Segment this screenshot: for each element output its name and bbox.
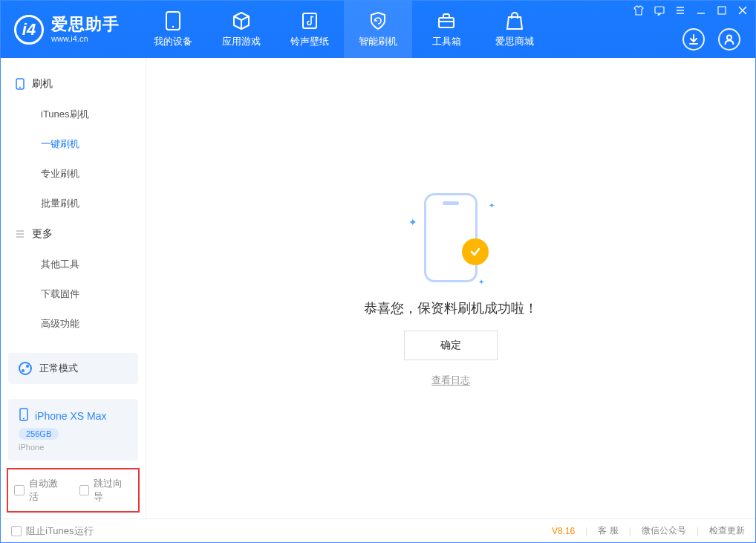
svg-rect-2 <box>303 13 316 28</box>
nav-item-itunes-flash[interactable]: iTunes刷机 <box>1 100 146 129</box>
device-storage-badge: 256GB <box>19 428 59 440</box>
svg-point-10 <box>23 418 25 420</box>
tab-label: 工具箱 <box>432 35 461 48</box>
separator: | <box>697 526 699 536</box>
version-label: V8.16 <box>552 526 575 536</box>
nav-section-label: 更多 <box>32 227 53 241</box>
tab-apps-games[interactable]: 应用游戏 <box>207 1 276 58</box>
tab-smart-flash[interactable]: 智能刷机 <box>344 1 412 58</box>
logo-icon: i4 <box>14 15 44 45</box>
separator: | <box>585 526 587 536</box>
tab-ringtone-wallpaper[interactable]: 铃声壁纸 <box>276 1 344 58</box>
flash-options-highlight: 自动激活 跳过向导 <box>7 468 140 513</box>
nav-section-more[interactable]: 更多 <box>1 218 146 250</box>
svg-rect-6 <box>718 7 726 14</box>
checkbox-auto-activate[interactable]: 自动激活 <box>14 477 68 504</box>
svg-rect-3 <box>439 18 454 27</box>
content-area: ✦ ✦ ✦ 恭喜您，保资料刷机成功啦！ 确定 查看日志 <box>146 58 755 518</box>
view-log-link[interactable]: 查看日志 <box>431 374 470 387</box>
window-controls <box>633 5 748 16</box>
nav-section-flash[interactable]: 刷机 <box>1 68 146 100</box>
svg-point-8 <box>19 87 21 88</box>
cube-icon <box>231 11 252 30</box>
shield-refresh-icon <box>368 11 388 30</box>
device-mode-label: 正常模式 <box>39 362 78 375</box>
device-mode-panel[interactable]: 正常模式 <box>8 353 138 384</box>
tab-toolbox[interactable]: 工具箱 <box>412 1 480 58</box>
tab-label: 爱思商城 <box>495 35 534 48</box>
shirt-icon[interactable] <box>633 5 644 16</box>
toolbox-icon <box>436 11 457 30</box>
user-account-button[interactable] <box>718 28 740 51</box>
footer: 阻止iTunes运行 V8.16 | 客 服 | 微信公众号 | 检查更新 <box>1 518 755 542</box>
check-update-link[interactable]: 检查更新 <box>709 524 745 537</box>
nav-item-pro-flash[interactable]: 专业刷机 <box>1 159 146 189</box>
main-tabs: 我的设备 应用游戏 铃声壁纸 智能刷机 工具箱 爱思商城 <box>139 1 549 58</box>
success-illustration: ✦ ✦ ✦ <box>403 189 499 286</box>
phone-icon <box>19 408 29 423</box>
tab-label: 铃声壁纸 <box>290 35 329 48</box>
normal-mode-icon <box>19 362 32 375</box>
logo-text: 爱思助手 www.i4.cn <box>51 16 120 42</box>
tab-label: 应用游戏 <box>222 35 261 48</box>
tab-label: 智能刷机 <box>359 35 397 48</box>
separator: | <box>629 526 631 536</box>
checkbox-icon <box>79 485 90 495</box>
nav-item-other-tools[interactable]: 其他工具 <box>1 250 146 279</box>
device-type: iPhone <box>19 443 128 452</box>
nav-item-download-firmware[interactable]: 下载固件 <box>1 279 146 309</box>
device-name: iPhone XS Max <box>35 410 107 422</box>
checkbox-label: 自动激活 <box>29 477 68 504</box>
sidebar: 刷机 iTunes刷机 一键刷机 专业刷机 批量刷机 更多 其他工具 下载固件 … <box>1 58 146 518</box>
nav: 刷机 iTunes刷机 一键刷机 专业刷机 批量刷机 更多 其他工具 下载固件 … <box>1 58 146 345</box>
header-actions <box>682 28 740 51</box>
maximize-button[interactable] <box>717 5 727 16</box>
shopping-bag-icon <box>504 11 525 30</box>
close-button[interactable] <box>737 5 748 16</box>
sparkle-icon: ✦ <box>478 278 484 286</box>
download-button[interactable] <box>682 28 705 51</box>
device-icon <box>163 11 183 30</box>
minimize-button[interactable] <box>696 5 706 16</box>
nav-item-oneclick-flash[interactable]: 一键刷机 <box>1 129 146 159</box>
sparkle-icon: ✦ <box>489 201 495 209</box>
checkbox-icon <box>14 485 25 495</box>
tab-store[interactable]: 爱思商城 <box>480 1 549 58</box>
header: i4 爱思助手 www.i4.cn 我的设备 应用游戏 铃声壁纸 智能刷机 工具… <box>1 1 755 58</box>
svg-point-1 <box>172 25 175 27</box>
success-message: 恭喜您，保资料刷机成功啦！ <box>364 299 538 317</box>
tab-my-device[interactable]: 我的设备 <box>139 1 207 58</box>
checkbox-block-itunes[interactable]: 阻止iTunes运行 <box>11 524 94 538</box>
phone-icon <box>14 78 26 90</box>
svg-point-4 <box>727 36 731 40</box>
check-badge-icon <box>462 238 489 265</box>
checkbox-label: 跳过向导 <box>94 477 132 504</box>
nav-item-advanced[interactable]: 高级功能 <box>1 309 146 339</box>
support-link[interactable]: 客 服 <box>598 524 618 537</box>
app-title-en: www.i4.cn <box>51 34 120 43</box>
app-title-cn: 爱思助手 <box>51 16 120 33</box>
ok-button[interactable]: 确定 <box>404 331 498 360</box>
device-info-panel[interactable]: iPhone XS Max 256GB iPhone <box>8 399 138 461</box>
checkbox-skip-guide[interactable]: 跳过向导 <box>79 477 133 504</box>
phone-outline-icon <box>424 193 478 282</box>
nav-item-batch-flash[interactable]: 批量刷机 <box>1 189 146 218</box>
music-note-icon <box>299 11 320 30</box>
body: 刷机 iTunes刷机 一键刷机 专业刷机 批量刷机 更多 其他工具 下载固件 … <box>1 58 755 518</box>
menu-icon[interactable] <box>675 5 685 16</box>
sparkle-icon: ✦ <box>408 216 417 228</box>
checkbox-icon <box>11 526 22 536</box>
nav-section-label: 刷机 <box>32 77 53 91</box>
app-logo[interactable]: i4 爱思助手 www.i4.cn <box>1 1 133 58</box>
feedback-icon[interactable] <box>654 5 665 16</box>
checkbox-label: 阻止iTunes运行 <box>26 524 94 538</box>
list-icon <box>14 228 26 240</box>
tab-label: 我的设备 <box>154 35 192 48</box>
footer-right: V8.16 | 客 服 | 微信公众号 | 检查更新 <box>552 524 745 537</box>
wechat-link[interactable]: 微信公众号 <box>642 524 686 537</box>
svg-rect-5 <box>655 7 664 13</box>
